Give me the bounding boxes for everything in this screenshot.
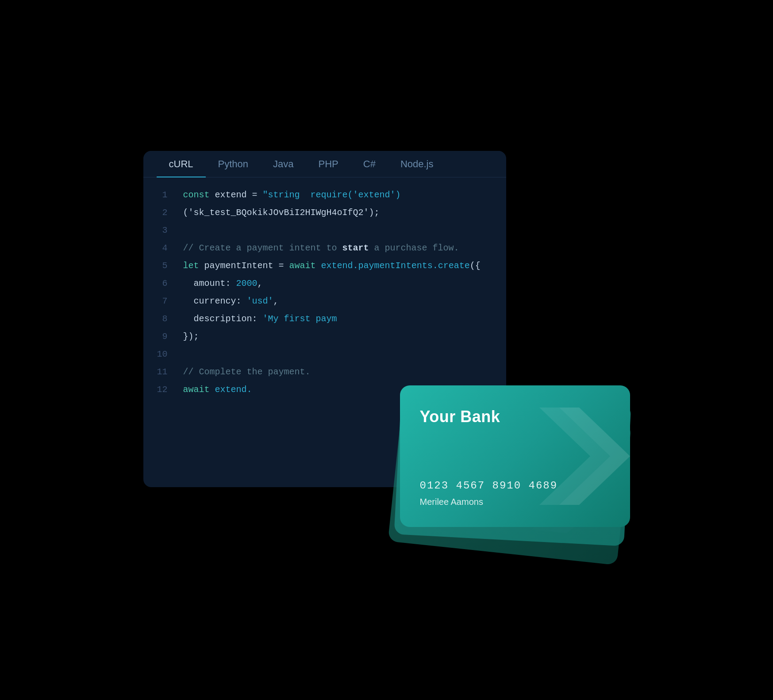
tab-curl[interactable]: cURL xyxy=(157,151,206,177)
card-chevron-main xyxy=(533,403,630,509)
code-line-3 xyxy=(183,222,497,239)
code-line-2: ('sk_test_BQokikJOvBiI2HIWgH4oIfQ2'); xyxy=(183,204,497,222)
code-line-1: const extend = "string require('extend') xyxy=(183,186,497,204)
code-line-6: amount: 2000, xyxy=(183,275,497,292)
line-numbers: 1 2 3 4 5 6 7 8 9 10 11 12 xyxy=(143,186,174,399)
tab-java[interactable]: Java xyxy=(261,151,306,177)
tab-nodejs[interactable]: Node.js xyxy=(388,151,446,177)
tab-bar: cURL Python Java PHP C# Node.js xyxy=(143,151,506,177)
code-line-5: let paymentIntent = await extend.payment… xyxy=(183,257,497,275)
tab-csharp[interactable]: C# xyxy=(351,151,388,177)
credit-card-front: Your Bank 0123 4567 8910 4689 Merilee Aa… xyxy=(400,385,630,527)
cardholder-name: Merilee Aamons xyxy=(420,497,483,507)
card-number: 0123 4567 8910 4689 xyxy=(420,480,558,492)
card-bank-name: Your Bank xyxy=(420,408,500,426)
tab-python[interactable]: Python xyxy=(206,151,261,177)
tab-php[interactable]: PHP xyxy=(306,151,351,177)
cards-container: Your Bank 0123 4567 8910 4689 Merilee Aa… xyxy=(373,292,630,549)
code-line-4: // Create a payment intent to start a pu… xyxy=(183,239,497,257)
